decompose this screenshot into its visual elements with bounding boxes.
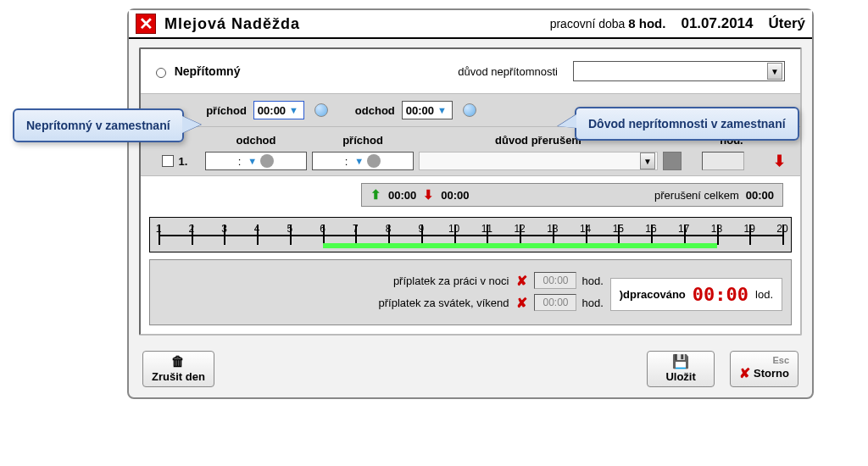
color-swatch[interactable] <box>663 152 682 170</box>
worked-total-box: )dpracováno 00:00 lod. <box>610 278 782 311</box>
x-icon: ✘ <box>739 365 750 381</box>
break-summary: ⬆ 00:00 ⬇ 00:00 přerušení celkem 00:00 <box>361 183 783 207</box>
break-total-label: přerušení celkem <box>654 189 739 202</box>
ruler-tick-label: 1 <box>156 223 162 235</box>
unit-label: hod. <box>581 297 603 309</box>
break-arrive-header: příchod <box>312 134 414 147</box>
cancel-day-button[interactable]: 🗑 Zrušit den <box>142 351 214 387</box>
night-supplement-value: 00:00 <box>534 272 576 289</box>
ruler-tick-label: 2 <box>188 223 194 235</box>
main-panel: Nepřítomný důvod nepřítomnosti ▼ en příc… <box>139 47 802 336</box>
absent-radio[interactable]: Nepřítomný <box>156 64 240 78</box>
ruler-tick-label: 10 <box>448 223 459 235</box>
x-icon[interactable]: ✘ <box>514 295 529 310</box>
callout-absent-text: Neprítomný v zamestnaní <box>26 119 170 132</box>
ruler-tick-label: 13 <box>547 223 558 235</box>
chevron-down-icon: ▼ <box>437 105 447 115</box>
break-up-value: 00:00 <box>388 189 416 202</box>
save-label: Uložit <box>665 370 695 383</box>
close-icon[interactable]: ✕ <box>136 14 156 34</box>
cancel-day-label: Zrušit den <box>152 370 205 383</box>
date: 01.07.2014 <box>681 15 753 32</box>
callout-reason-text: Dôvod neprítomnosti v zamestnaní <box>588 117 786 130</box>
ruler-tick-label: 11 <box>481 223 492 235</box>
chevron-down-icon: ▼ <box>248 156 257 166</box>
break-row-num: 1. <box>179 155 188 168</box>
ruler-tick-label: 3 <box>221 223 227 235</box>
titlebar: ✕ Mlejová Naděžda pracovní doba 8 hod. 0… <box>129 10 812 39</box>
chevron-down-icon: ▼ <box>767 63 782 80</box>
break-leave-value: : <box>238 155 242 168</box>
absent-row: Nepřítomný důvod nepřítomnosti ▼ <box>141 49 800 93</box>
arrive-time-input[interactable]: 00:00 ▼ <box>253 101 304 119</box>
break-arrive-value: : <box>345 155 348 168</box>
break-row-1: 1. : ▼ : ▼ ▼ ⬇ <box>149 152 792 170</box>
break-reason-select[interactable]: ▼ <box>419 152 658 170</box>
worked-unit: lod. <box>755 288 773 301</box>
leave-label: odchod <box>355 104 395 117</box>
ruler-tick-label: 12 <box>514 223 525 235</box>
esc-label: Esc <box>772 355 789 365</box>
unit-label: hod. <box>581 275 603 287</box>
save-icon: 💾 <box>672 355 689 369</box>
clock-icon <box>367 154 381 168</box>
clock-icon[interactable] <box>314 103 328 117</box>
worked-label: )dpracováno <box>620 288 686 301</box>
absence-reason-label: důvod nepřítomnosti <box>458 65 558 78</box>
ruler-tick-label: 20 <box>776 223 787 235</box>
arrow-down-icon: ⬇ <box>423 187 434 202</box>
ruler-tick-label: 16 <box>645 223 656 235</box>
callout-reason: Dôvod neprítomnosti v zamestnaní <box>575 107 799 141</box>
break-leave-input[interactable]: : ▼ <box>205 152 307 170</box>
employee-name: Mlejová Naděžda <box>164 15 300 33</box>
weekend-supplement-value: 00:00 <box>534 294 576 311</box>
absence-reason-select[interactable]: ▼ <box>573 61 785 81</box>
storno-button[interactable]: Esc ✘ Storno <box>730 351 798 387</box>
absent-label: Nepřítomný <box>175 64 241 78</box>
ruler-tick-label: 4 <box>254 223 260 235</box>
break-leave-header: odchod <box>205 134 307 147</box>
work-hours-value: 8 hod. <box>628 16 665 31</box>
weekday: Úterý <box>769 15 805 32</box>
ruler-tick-label: 19 <box>744 223 755 235</box>
ruler-tick-label: 17 <box>678 223 689 235</box>
ruler-tick-label: 9 <box>419 223 425 235</box>
arrow-up-icon: ⬆ <box>370 187 381 202</box>
ruler-tick-label: 6 <box>320 223 326 235</box>
ruler-tick-label: 7 <box>353 223 359 235</box>
time-ruler: 1234567891011121314151617181920 <box>149 217 792 252</box>
radio-icon <box>156 68 166 78</box>
arrive-label: příchod <box>206 104 247 117</box>
break-checkbox-1[interactable] <box>162 155 174 167</box>
work-hours-label: pracovní doba <box>550 17 626 31</box>
ruler-tick-label: 5 <box>287 223 293 235</box>
x-icon[interactable]: ✘ <box>514 273 529 288</box>
attendance-dialog: ✕ Mlejová Naděžda pracovní doba 8 hod. 0… <box>127 8 814 399</box>
leave-time-input[interactable]: 00:00 ▼ <box>402 101 453 119</box>
break-down-value: 00:00 <box>441 189 469 202</box>
arrow-down-icon[interactable]: ⬇ <box>766 152 792 170</box>
ruler-tick-label: 14 <box>580 223 591 235</box>
trash-icon: 🗑 <box>171 355 185 369</box>
clock-icon[interactable] <box>463 103 476 117</box>
storno-label: Storno <box>754 367 789 380</box>
chevron-down-icon: ▼ <box>640 153 655 169</box>
ruler-tick-label: 8 <box>386 223 392 235</box>
ruler-tick-label: 15 <box>613 223 624 235</box>
callout-absent: Neprítomný v zamestnaní <box>13 108 184 142</box>
break-hours-box <box>702 152 744 170</box>
break-arrive-input[interactable]: : ▼ <box>312 152 414 170</box>
clock-icon <box>260 154 274 168</box>
leave-time-value: 00:00 <box>406 104 434 117</box>
chevron-down-icon: ▼ <box>354 156 364 166</box>
save-button[interactable]: 💾 Uložit <box>647 351 715 387</box>
work-hours: pracovní doba 8 hod. <box>550 16 666 31</box>
ruler-tick-label: 18 <box>711 223 722 235</box>
supplements-row: příplatek za práci v noci ✘ 00:00 hod. p… <box>149 259 792 325</box>
worked-value: 00:00 <box>693 284 748 305</box>
weekend-supplement-label: příplatek za svátek, víkend <box>379 297 509 309</box>
footer-buttons: 🗑 Zrušit den 💾 Uložit Esc ✘ Storno <box>129 344 812 397</box>
arrive-time-value: 00:00 <box>258 104 286 117</box>
chevron-down-icon: ▼ <box>289 105 298 115</box>
break-total-value: 00:00 <box>746 189 774 202</box>
